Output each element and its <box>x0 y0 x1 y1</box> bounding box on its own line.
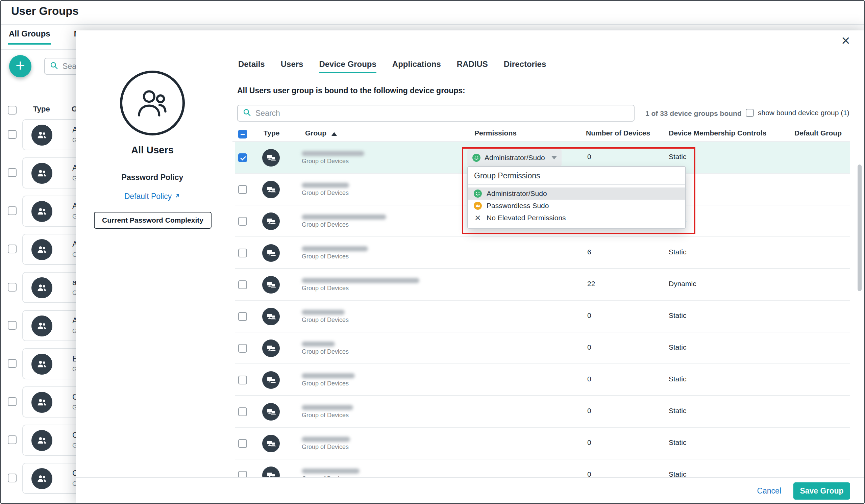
tab-radius[interactable]: RADIUS <box>457 59 488 73</box>
device-group-row[interactable]: Group of Devices0Static <box>235 364 850 396</box>
group-header[interactable]: Group <box>305 129 326 137</box>
dropdown-option-passwordless-sudo[interactable]: Passwordless Sudo <box>468 200 685 212</box>
membership-type-value: Static <box>669 438 687 447</box>
all-users-icon <box>120 71 185 136</box>
scrollbar-thumb[interactable] <box>857 164 862 291</box>
user-group-icon <box>32 354 53 375</box>
row-checkbox[interactable] <box>8 359 16 368</box>
user-group-icon <box>32 430 53 451</box>
membership-type-value: Static <box>669 248 687 256</box>
tab-directories[interactable]: Directories <box>504 59 546 73</box>
permissions-dropdown[interactable]: Administrator/Sudo <box>467 149 562 166</box>
group-of-devices-label: Group of Devices <box>302 317 349 324</box>
device-group-icon <box>262 340 280 357</box>
device-group-row[interactable]: Group of Devices22Dynamic <box>235 269 850 301</box>
dropdown-option-administrator-sudo[interactable]: Administrator/Sudo <box>468 187 685 200</box>
search-icon <box>50 61 58 71</box>
admin-sudo-icon <box>473 189 482 198</box>
row-checkbox[interactable] <box>238 249 247 257</box>
modal-tabs: DetailsUsersDevice GroupsApplicationsRAD… <box>238 59 546 73</box>
group-of-devices-label: Group of Devices <box>302 412 349 419</box>
device-group-icon <box>262 308 280 325</box>
row-checkbox[interactable] <box>238 344 247 353</box>
row-checkbox[interactable] <box>8 435 16 444</box>
show-bound-filter: show bound device group (1) <box>746 109 850 117</box>
group-of-devices-label: Group of Devices <box>302 380 349 387</box>
membership-type-value: Static <box>669 312 687 319</box>
binding-description: All Users user group is bound to the fol… <box>237 86 465 95</box>
user-group-icon <box>32 468 53 489</box>
bound-count-text: 1 of 33 device groups bound <box>645 109 742 118</box>
device-group-row[interactable]: Group of Devices0Static <box>235 427 850 459</box>
row-checkbox[interactable] <box>238 217 247 226</box>
admin-sudo-icon <box>472 153 481 162</box>
redacted-group-name <box>302 183 349 188</box>
number-of-devices-value: 6 <box>587 248 591 256</box>
row-checkbox[interactable] <box>8 245 16 253</box>
show-bound-label[interactable]: show bound device group (1) <box>758 109 850 117</box>
row-checkbox[interactable] <box>238 185 247 194</box>
sort-asc-icon <box>332 132 337 136</box>
user-group-icon <box>32 125 53 145</box>
password-policy-label: Password Policy <box>102 173 203 182</box>
device-group-row[interactable]: Group of Devices6Static <box>235 237 850 269</box>
redacted-group-name <box>302 214 386 220</box>
device-group-search-field[interactable] <box>255 109 634 118</box>
default-group-header: Default Group <box>794 129 842 137</box>
device-group-row[interactable]: Group of Devices0Static <box>235 332 850 364</box>
add-group-button[interactable]: + <box>9 55 32 77</box>
external-link-icon <box>174 192 181 201</box>
redacted-group-name <box>302 437 350 442</box>
current-password-complexity-button[interactable]: Current Password Complexity <box>94 212 211 229</box>
device-group-search-input[interactable] <box>237 105 635 121</box>
close-icon[interactable]: × <box>841 33 850 48</box>
row-checkbox[interactable] <box>8 397 16 406</box>
row-checkbox[interactable] <box>238 280 247 289</box>
screen: User Groups All GroupsN + Type G AGAGAGA… <box>0 0 865 504</box>
row-checkbox[interactable] <box>238 153 247 162</box>
row-checkbox[interactable] <box>238 439 247 448</box>
row-checkbox[interactable] <box>8 130 16 139</box>
redacted-group-name <box>302 341 335 347</box>
cancel-button[interactable]: Cancel <box>757 487 781 495</box>
redacted-group-name <box>302 310 345 315</box>
dropdown-option-no-elevated-permissions[interactable]: ✕No Elevated Permissions <box>468 212 685 224</box>
row-checkbox[interactable] <box>8 473 16 482</box>
row-checkbox[interactable] <box>8 321 16 330</box>
device-group-row[interactable]: Group of Devices0Static <box>235 396 850 427</box>
tab-device-groups[interactable]: Device Groups <box>319 59 376 73</box>
group-of-devices-label: Group of Devices <box>302 158 349 165</box>
show-bound-checkbox[interactable] <box>746 109 754 117</box>
default-policy-link[interactable]: Default Policy <box>102 192 203 201</box>
number-of-devices-value: 0 <box>587 343 591 351</box>
row-checkbox[interactable] <box>8 283 16 292</box>
redacted-group-name <box>302 151 364 156</box>
passwordless-sudo-icon <box>473 201 482 210</box>
number-of-devices-value: 0 <box>587 312 591 319</box>
device-group-icon <box>262 435 280 452</box>
membership-controls-header: Device Membership Controls <box>669 129 766 137</box>
number-of-devices-value: 0 <box>587 153 591 161</box>
tab-applications[interactable]: Applications <box>392 59 441 73</box>
tab-users[interactable]: Users <box>281 59 303 73</box>
membership-type-value: Static <box>669 153 687 161</box>
save-group-button[interactable]: Save Group <box>793 482 850 500</box>
row-checkbox[interactable] <box>238 376 247 384</box>
device-group-icon <box>262 244 280 262</box>
device-group-row[interactable]: Group of Devices0Static <box>235 301 850 332</box>
select-all-groups-checkbox[interactable] <box>8 106 16 115</box>
group-of-devices-label: Group of Devices <box>302 285 349 292</box>
permission-value: Administrator/Sudo <box>485 154 545 162</box>
row-checkbox[interactable] <box>238 312 247 321</box>
page-tab-all-groups[interactable]: All Groups <box>9 29 50 45</box>
membership-type-value: Dynamic <box>669 280 696 288</box>
tab-details[interactable]: Details <box>238 59 265 73</box>
row-checkbox[interactable] <box>8 168 16 177</box>
redacted-group-name <box>302 246 368 251</box>
row-checkbox[interactable] <box>8 207 16 215</box>
select-all-checkbox[interactable] <box>238 130 247 139</box>
group-of-devices-label: Group of Devices <box>302 348 349 355</box>
row-checkbox[interactable] <box>238 407 247 416</box>
redacted-group-name <box>302 373 355 378</box>
search-icon <box>243 108 251 118</box>
